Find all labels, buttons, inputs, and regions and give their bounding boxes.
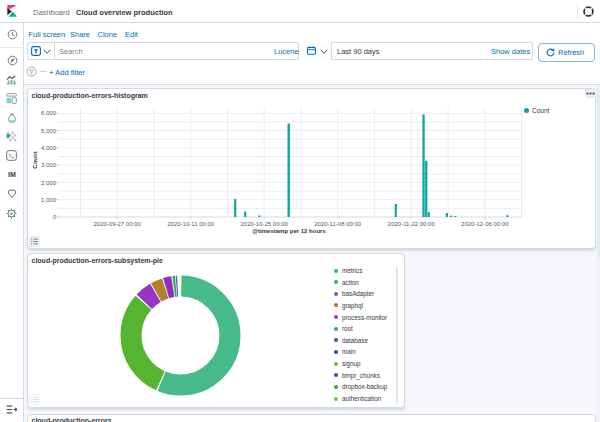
svg-text:Count: Count bbox=[32, 151, 38, 168]
svg-text:2020-11-22 00:00: 2020-11-22 00:00 bbox=[387, 221, 435, 227]
svg-text:5,000: 5,000 bbox=[40, 128, 56, 134]
svg-text:0: 0 bbox=[52, 214, 56, 220]
svg-text:2,000: 2,000 bbox=[40, 180, 56, 186]
svg-text:@timestamp per 12 hours: @timestamp per 12 hours bbox=[252, 228, 326, 234]
svg-text:2020-12-06 00:00: 2020-12-06 00:00 bbox=[461, 221, 509, 227]
svg-text:1,000: 1,000 bbox=[40, 197, 56, 203]
svg-text:3,000: 3,000 bbox=[40, 162, 56, 168]
svg-text:4,000: 4,000 bbox=[40, 145, 56, 151]
svg-text:6,000: 6,000 bbox=[40, 110, 56, 116]
svg-text:2020-10-11 00:00: 2020-10-11 00:00 bbox=[167, 221, 215, 227]
svg-text:2020-09-27 00:00: 2020-09-27 00:00 bbox=[93, 221, 141, 227]
svg-text:2020-10-25 00:00: 2020-10-25 00:00 bbox=[240, 221, 288, 227]
svg-text:2020-11-08 00:00: 2020-11-08 00:00 bbox=[314, 221, 362, 227]
